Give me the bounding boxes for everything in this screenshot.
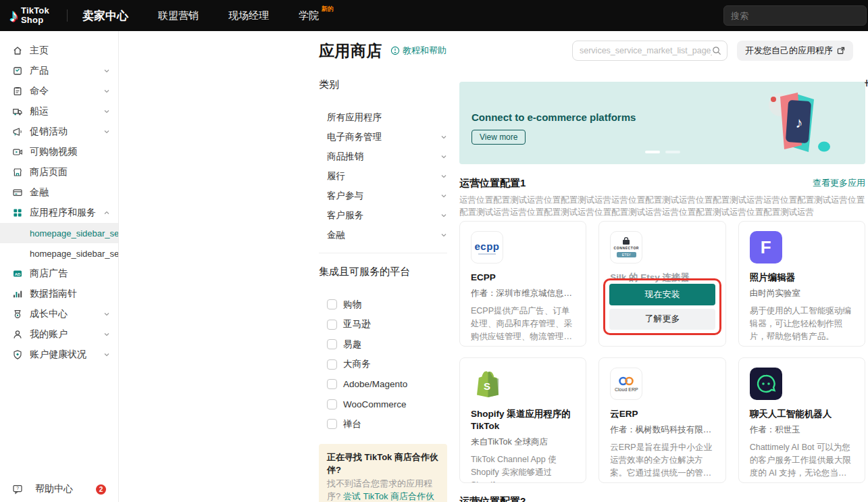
sidebar-item-label: 主页 bbox=[30, 45, 110, 57]
bag-icon bbox=[621, 237, 631, 245]
sidebar-item-finance[interactable]: 金融 bbox=[0, 182, 118, 203]
app-card-etsy-connector[interactable]: CONNECTOR ETSY Silk 的 Etsy 连接器 软件有限公司 现在… bbox=[598, 221, 725, 347]
see-more-apps-link[interactable]: 查看更多应用 bbox=[813, 177, 865, 189]
sidebar-item-label: 我的账户 bbox=[30, 328, 103, 341]
app-card-shopify-channel[interactable]: S Shopify 渠道应用程序的 TikTok 来自TikTok 全球商店 T… bbox=[459, 357, 586, 483]
apps-grid-icon bbox=[12, 207, 23, 218]
shopify-bag-icon: S bbox=[471, 368, 503, 400]
app-title: 聊天人工智能机器人 bbox=[750, 408, 854, 420]
install-now-button[interactable]: 现在安装 bbox=[609, 284, 715, 305]
partner-box-title: 正在寻找 TikTok 商店合作伙伴? bbox=[327, 451, 439, 477]
nav-live-manager[interactable]: 现场经理 bbox=[228, 9, 269, 22]
app-card-cloud-erp[interactable]: Cloud ERP 云ERP 作者：枫树数码科技有限公司 云ERP是旨在提升中小… bbox=[598, 357, 725, 483]
chevron-down-icon bbox=[103, 331, 110, 338]
chattimely-logo bbox=[750, 368, 782, 400]
filter-divider bbox=[319, 253, 447, 253]
shopify-logo: S bbox=[471, 368, 503, 400]
sidebar-item-apps-and-services[interactable]: 应用程序和服务 bbox=[0, 203, 118, 223]
lightbulb-icon bbox=[390, 46, 400, 55]
app-store-search-input[interactable] bbox=[580, 46, 712, 55]
sidebar-item-shop-ads[interactable]: AD 商店广告 bbox=[0, 263, 118, 284]
topbar: ♪ TikTok Shop 卖家中心 联盟营销 现场经理 学院 新的 bbox=[0, 0, 868, 31]
sidebar-item-home[interactable]: 主页 bbox=[0, 41, 118, 61]
app-card-photo-editor[interactable]: F 照片编辑器 由时尚实验室 易于使用的人工智能驱动编辑器，可让您轻松制作照片，… bbox=[738, 221, 865, 347]
sidebar-item-account-health[interactable]: 账户健康状况 bbox=[0, 345, 118, 365]
nav-seller-center[interactable]: 卖家中心 bbox=[82, 8, 128, 24]
sidebar-item-shipping[interactable]: 船运 bbox=[0, 101, 118, 122]
sidebar-item-my-account[interactable]: 我的账户 bbox=[0, 324, 118, 345]
platform-checkbox[interactable] bbox=[327, 379, 337, 389]
carousel-dot[interactable] bbox=[665, 151, 680, 153]
category-label: 所有应用程序 bbox=[327, 111, 382, 124]
etsy-connector-logo: CONNECTOR ETSY bbox=[610, 231, 642, 263]
sidebar-item-label: 成长中心 bbox=[30, 308, 103, 320]
platform-ebay[interactable]: 易趣 bbox=[319, 334, 447, 355]
category-merchandising[interactable]: 商品推销 bbox=[319, 147, 447, 166]
platform-woocommerce[interactable]: WooCommerce bbox=[319, 395, 447, 415]
sidebar-subitem-service-market[interactable]: homepage_sidebar_serv... bbox=[0, 223, 118, 243]
partner-link[interactable]: 尝试 TikTok 商店合作伙伴 bbox=[327, 491, 434, 502]
app-title: Shopify 渠道应用程序的 TikTok bbox=[471, 408, 575, 432]
category-customer-service[interactable]: 客户服务 bbox=[319, 205, 447, 225]
partner-promo-box: 正在寻找 TikTok 商店合作伙伴? 找不到适合您需求的应用程序? 尝试 Ti… bbox=[319, 444, 447, 502]
platform-checkbox[interactable] bbox=[327, 339, 337, 349]
chevron-down-icon bbox=[440, 232, 447, 239]
app-card-ecpp[interactable]: ecpp ECPP 作者：深圳市维京城信息技术… ECPP提供产品广告、订单处理… bbox=[459, 221, 586, 347]
view-more-button[interactable]: View more bbox=[471, 130, 526, 145]
carousel-dot-active[interactable] bbox=[645, 151, 660, 153]
sidebar-item-products[interactable]: 产品 bbox=[0, 61, 118, 81]
nav-affiliate-marketing[interactable]: 联盟营销 bbox=[158, 9, 199, 22]
ecpp-logo-text: ecpp bbox=[474, 241, 499, 252]
svg-text:?: ? bbox=[16, 486, 19, 491]
category-ecommerce-management[interactable]: 电子商务管理 bbox=[319, 127, 447, 147]
category-customer-engagement[interactable]: 客户参与 bbox=[319, 186, 447, 205]
sidebar-item-shop-pages[interactable]: 商店页面 bbox=[0, 162, 118, 182]
platform-zentail[interactable]: 禅台 bbox=[319, 414, 447, 434]
categories-header: 类别 bbox=[319, 78, 447, 91]
help-notification-badge: 2 bbox=[96, 484, 106, 495]
sidebar-item-data-compass[interactable]: 数据指南针 bbox=[0, 284, 118, 304]
topbar-search-input[interactable] bbox=[723, 5, 867, 26]
sidebar: 主页 产品 命令 船运 促销活动 bbox=[0, 31, 119, 502]
platform-checkbox[interactable] bbox=[327, 320, 337, 330]
category-all-apps[interactable]: 所有应用程序 bbox=[319, 107, 447, 127]
platform-checkbox[interactable] bbox=[327, 359, 337, 370]
sidebar-item-label: 船运 bbox=[30, 105, 103, 118]
platform-shopline[interactable]: 购物 bbox=[319, 295, 447, 315]
sidebar-subitem-service-market-2[interactable]: homepage_sidebar_serv... bbox=[0, 243, 118, 263]
app-cards-grid: ecpp ECPP 作者：深圳市维京城信息技术… ECPP提供产品广告、订单处理… bbox=[459, 221, 865, 483]
promo-banner[interactable]: Connect to e-commerce platforms View mor… bbox=[459, 82, 865, 164]
sidebar-item-growth-center[interactable]: 成长中心 bbox=[0, 304, 118, 324]
platform-checkbox[interactable] bbox=[327, 399, 337, 409]
app-description: 云ERP是旨在提升中小企业运营效率的全方位解决方案。它通过提供统一的管理功能来帮… bbox=[610, 441, 714, 479]
category-label: 金融 bbox=[327, 229, 345, 241]
sidebar-item-label: 命令 bbox=[30, 85, 103, 97]
app-card-chat-ai-bot[interactable]: 聊天人工智能机器人 作者：积世玉 Chattimely AI Bot 可以为您的… bbox=[738, 357, 865, 483]
tiktok-shop-logo[interactable]: ♪ TikTok Shop bbox=[9, 6, 49, 24]
nav-academy[interactable]: 学院 新的 bbox=[299, 9, 319, 22]
category-label: 客户参与 bbox=[327, 190, 363, 202]
sidebar-item-shoppable-videos[interactable]: 可购物视频 bbox=[0, 142, 118, 162]
platform-checkbox[interactable] bbox=[327, 419, 337, 429]
sidebar-help-center[interactable]: ? 帮助中心 2 bbox=[0, 476, 118, 502]
megaphone-icon bbox=[12, 126, 23, 137]
develop-your-own-app-button[interactable]: 开发您自己的应用程序 bbox=[737, 41, 853, 61]
search-icon[interactable] bbox=[712, 46, 721, 55]
sidebar-item-label: 促销活动 bbox=[30, 126, 103, 138]
platform-adobe-magento[interactable]: Adobe/Magento bbox=[319, 374, 447, 395]
sidebar-item-promotions[interactable]: 促销活动 bbox=[0, 122, 118, 142]
platform-bigcommerce[interactable]: 大商务 bbox=[319, 355, 447, 375]
sidebar-item-orders[interactable]: 命令 bbox=[0, 81, 118, 101]
chevron-up-icon bbox=[103, 209, 110, 216]
tutorials-help-link[interactable]: 教程和帮助 bbox=[390, 45, 446, 57]
chevron-down-icon bbox=[440, 134, 447, 141]
category-finance[interactable]: 金融 bbox=[319, 225, 447, 245]
platform-amazon[interactable]: 亚马逊 bbox=[319, 315, 447, 335]
page-header: 应用商店 教程和帮助 开发您自己的应用程序 bbox=[319, 41, 868, 61]
main-content: 应用商店 教程和帮助 开发您自己的应用程序 + 类别 bbox=[119, 31, 868, 502]
learn-more-button[interactable]: 了解更多 bbox=[609, 309, 715, 330]
category-fulfillment[interactable]: 履行 bbox=[319, 166, 447, 186]
platform-label: Adobe/Magento bbox=[343, 379, 407, 389]
bar-chart-icon bbox=[12, 288, 23, 299]
platform-checkbox[interactable] bbox=[327, 299, 337, 309]
